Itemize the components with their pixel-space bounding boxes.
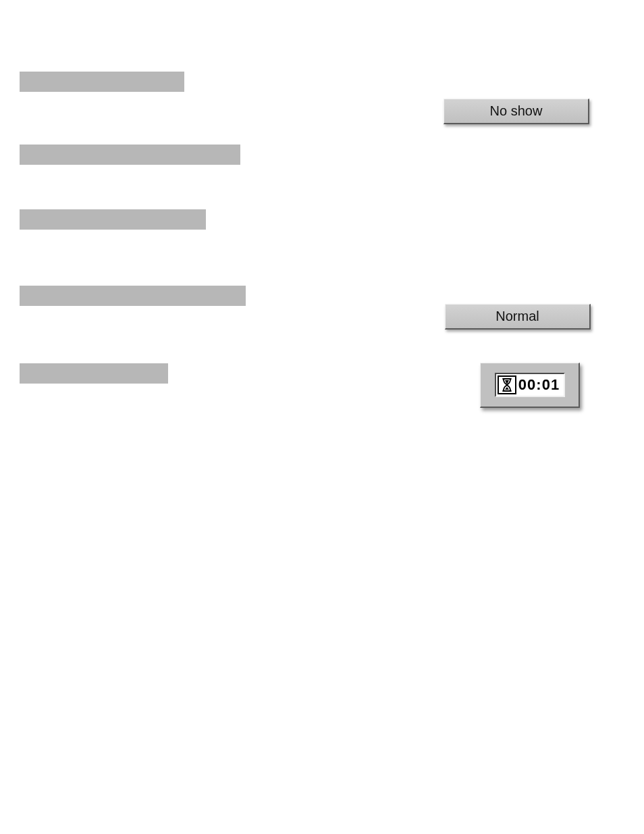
normal-button[interactable]: Normal <box>445 304 591 330</box>
no-show-button-label: No show <box>490 103 543 119</box>
page-root: No show Normal 00:01 <box>0 0 644 834</box>
timer-panel[interactable]: 00:01 <box>480 363 580 408</box>
redacted-block <box>20 72 184 92</box>
timer-display: 00:01 <box>495 373 565 397</box>
redacted-block <box>20 286 246 306</box>
timer-value: 00:01 <box>516 377 564 392</box>
hourglass-icon <box>498 375 516 394</box>
redacted-block <box>20 145 240 165</box>
no-show-button[interactable]: No show <box>444 99 589 124</box>
normal-button-label: Normal <box>495 309 539 324</box>
redacted-block <box>20 209 206 230</box>
redacted-block <box>20 363 168 384</box>
